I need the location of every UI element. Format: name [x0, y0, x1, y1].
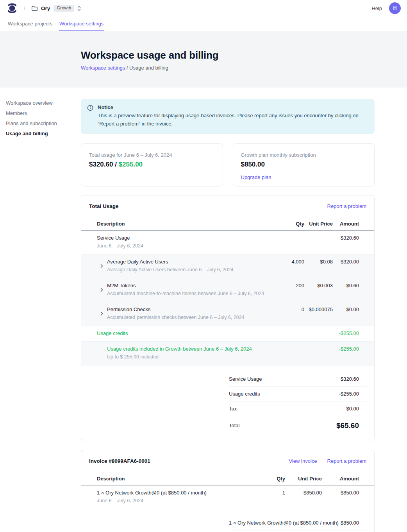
sidebar-item-usage-and-billing[interactable]: Usage and billing — [6, 130, 81, 140]
col-unit-price: Unit Price — [285, 476, 322, 482]
col-description: Description — [97, 476, 262, 482]
usage-included-amount: $255.00 — [119, 161, 143, 168]
summary-row-subscription: 1 × Ory Network Growth@0 (at $850.00 / m… — [229, 516, 367, 530]
chevron-up-down-icon[interactable] — [77, 5, 81, 11]
workspace-switcher[interactable]: Ory Growth — [31, 5, 81, 12]
total-usage-panel: Total Usage Report a problem Description… — [81, 195, 375, 441]
sidebar-item-workspace-overview[interactable]: Workspace overview — [6, 99, 81, 109]
page-title: Workspace usage and billing — [81, 49, 407, 61]
sidebar-item-plans-and-subscription[interactable]: Plans and subscription — [6, 120, 81, 130]
row-amount: -$255.00 — [333, 330, 359, 336]
invoice-title: Invoice #8099AFA6-0001 — [89, 458, 150, 464]
summary-row-total: Total $65.60 — [229, 416, 367, 432]
invoice-panel: Invoice #8099AFA6-0001 View invoice Repo… — [81, 450, 375, 532]
row-unit-price: $0.08 — [304, 259, 333, 265]
page-header: Workspace usage and billing Workspace se… — [0, 31, 407, 88]
top-bar: / Ory Growth Help H — [0, 0, 407, 16]
table-row-service-usage: Service Usage June 6 – July 6, 2024 $320… — [81, 231, 374, 254]
col-amount: Amount — [322, 476, 359, 482]
row-amount: $0.60 — [333, 283, 359, 288]
table-row-average-daily-active-users[interactable]: Average Daily Active Users Average Daily… — [81, 254, 374, 278]
row-qty: 200 — [276, 283, 304, 288]
breadcrumb-workspace-settings-link[interactable]: Workspace settings — [81, 65, 125, 71]
row-qty: 4,000 — [276, 259, 304, 265]
usage-separator: / — [113, 161, 118, 168]
folder-icon — [31, 5, 38, 11]
report-a-problem-link[interactable]: Report a problem — [327, 458, 366, 464]
invoice-table-header: Description Qty Unit Price Amount — [81, 472, 374, 485]
total-usage-card: Total usage for June 6 – July 6, 2024 $3… — [81, 143, 223, 186]
summary-row-service-usage: Service Usage $320.60 — [229, 372, 367, 387]
row-qty: 0 — [276, 306, 304, 312]
sidebar-item-members[interactable]: Members — [6, 109, 81, 120]
row-amount: $0.00 — [333, 306, 359, 312]
row-amount: $320.60 — [333, 235, 359, 241]
row-unit-price: $0.003 — [304, 283, 333, 288]
info-icon — [87, 105, 93, 128]
table-row-usage-credits-included: Usage credits included in Growth between… — [81, 342, 374, 365]
col-qty: Qty — [262, 476, 285, 482]
table-row-permission-checks[interactable]: Permission Checks Accumulated permission… — [81, 302, 374, 326]
plan-card-amount: $850.00 — [241, 161, 367, 168]
row-amount: $320.00 — [333, 259, 359, 265]
usage-panel-title: Total Usage — [89, 203, 119, 209]
summary-row-usage-credits: Usage credits -$255.00 — [229, 387, 367, 401]
notice-body: This is a preview feature for displaying… — [98, 112, 367, 128]
table-row-m2m-tokens[interactable]: M2M Tokens Accumulated machine-to-machin… — [81, 278, 374, 302]
upgrade-plan-link[interactable]: Upgrade plan — [241, 174, 271, 180]
chevron-right-icon[interactable] — [100, 288, 103, 292]
view-invoice-link[interactable]: View invoice — [289, 458, 317, 464]
settings-sidebar: Workspace overview Members Plans and sub… — [6, 88, 81, 532]
col-unit-price: Unit Price — [304, 221, 333, 227]
plan-badge: Growth — [54, 5, 74, 12]
breadcrumb: Workspace settings / Usage and billing — [81, 65, 407, 71]
breadcrumb-slash: / — [24, 5, 25, 11]
notice-title: Notice — [98, 104, 367, 110]
help-link[interactable]: Help — [371, 5, 382, 11]
summary-row-tax: Tax $0.00 — [229, 530, 367, 532]
plan-card-label: Growth plan monthly subscription — [241, 152, 367, 158]
row-amount: $850.00 — [322, 490, 359, 496]
row-unit-price: $850.00 — [285, 490, 322, 496]
col-amount: Amount — [333, 221, 359, 227]
report-a-problem-link[interactable]: Report a problem — [327, 203, 366, 209]
usage-used-amount: $320.60 — [89, 161, 113, 168]
table-row-usage-credits: Usage credits -$255.00 — [81, 326, 374, 342]
breadcrumb-separator: / — [127, 65, 129, 71]
workspace-name: Ory — [41, 5, 50, 11]
notice-banner: Notice This is a preview feature for dis… — [81, 99, 375, 134]
col-qty: Qty — [276, 221, 304, 227]
chevron-right-icon[interactable] — [100, 264, 103, 268]
tab-bar: Workspace projects Workspace settings — [0, 16, 407, 31]
row-unit-price: $0.000075 — [304, 306, 333, 312]
row-qty: 1 — [262, 490, 285, 496]
row-amount: -$255.00 — [333, 346, 359, 352]
ory-logo-icon[interactable] — [7, 2, 17, 14]
usage-table-header: Description Qty Unit Price Amount — [81, 217, 374, 231]
table-row-growth-subscription: 1 × Ory Network Growth@0 (at $850.00 / m… — [81, 485, 374, 509]
chevron-right-icon[interactable] — [100, 312, 103, 316]
total-usage-card-label: Total usage for June 6 – July 6, 2024 — [89, 152, 215, 158]
total-usage-card-value: $320.60 / $255.00 — [89, 161, 215, 168]
summary-row-tax: Tax $0.00 — [229, 401, 367, 416]
plan-subscription-card: Growth plan monthly subscription $850.00… — [233, 143, 375, 186]
col-description: Description — [97, 221, 276, 227]
invoice-summary: 1 × Ory Network Growth@0 (at $850.00 / m… — [229, 516, 367, 532]
breadcrumb-current: Usage and billing — [129, 65, 168, 71]
tab-workspace-projects[interactable]: Workspace projects — [7, 16, 53, 31]
usage-summary: Service Usage $320.60 Usage credits -$25… — [229, 372, 367, 432]
avatar[interactable]: H — [389, 2, 401, 14]
tab-workspace-settings[interactable]: Workspace settings — [59, 16, 104, 31]
